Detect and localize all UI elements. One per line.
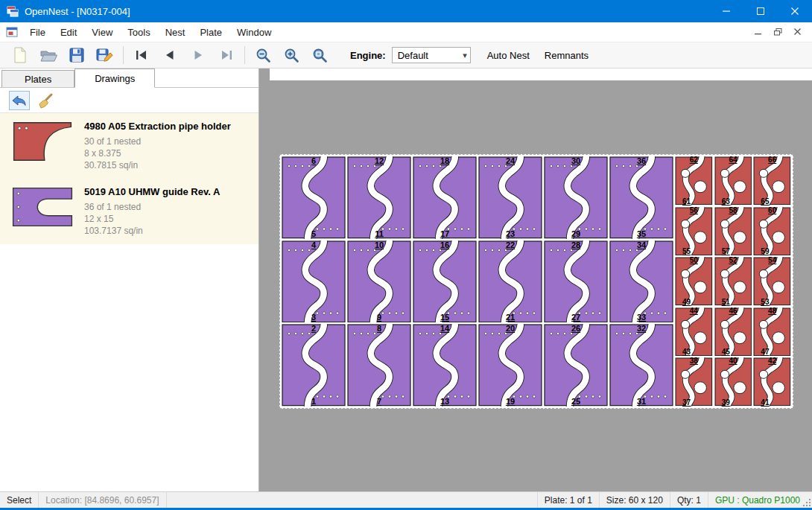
clean-button[interactable] [35,91,56,110]
menu-window[interactable]: Window [229,24,279,41]
nest-cell-red[interactable]: 64 63 [714,156,752,205]
menu-edit[interactable]: Edit [53,24,84,41]
drawing-nested-count: 30 of 1 nested [84,136,231,147]
nest-cell-red[interactable]: 40 39 [714,357,752,407]
drawing-area: 103.7137 sq/in [84,225,220,237]
open-button[interactable] [34,44,63,66]
menu-tools[interactable]: Tools [120,24,157,41]
part-number: 45 [722,348,730,356]
document-icon[interactable] [6,27,18,37]
nest-canvas[interactable]: 6 5 12 11 18 17 24 23 30 29 [259,68,812,491]
part-number: 28 [544,240,608,249]
nest-cell-purple[interactable]: 14 13 [413,324,477,407]
part-number: 10 [347,240,411,249]
first-arrow-icon [134,49,149,61]
engine-select[interactable]: Default ▾ [392,47,471,63]
menu-view[interactable]: View [84,24,120,41]
part-number: 25 [544,397,608,406]
last-plate-button[interactable] [212,44,241,66]
minimize-button[interactable] [709,0,743,22]
nest-cell-red[interactable]: 66 65 [753,156,791,205]
nest-cell-purple[interactable]: 24 23 [478,156,542,239]
drawing-nested-count: 36 of 1 nested [84,201,220,213]
nest-cell-purple[interactable]: 36 35 [609,156,673,239]
part-number: 46 [714,307,752,315]
maximize-button[interactable] [743,0,778,22]
part-number: 4 [282,240,346,249]
nest-cell-purple[interactable]: 6 5 [282,156,346,239]
part-number: 49 [682,298,691,306]
nest-cell-purple[interactable]: 20 19 [478,324,542,407]
drawing-item-uhmw-guide[interactable]: 5019 A10 UHMW guide Rev. A 36 of 1 neste… [0,179,258,244]
nest-cell-red[interactable]: 56 55 [675,207,713,256]
mdi-close-button[interactable] [794,28,802,36]
tab-drawings[interactable]: Drawings [74,68,155,88]
previous-plate-button[interactable] [156,44,184,66]
nest-cell-red[interactable]: 46 45 [714,307,752,357]
part-number: 21 [478,313,542,322]
menu-nest[interactable]: Nest [158,24,193,41]
nest-cell-red[interactable]: 44 43 [675,307,713,357]
part-number: 65 [761,197,769,205]
nest-cell-red[interactable]: 58 57 [714,207,752,256]
auto-nest-button[interactable]: Auto Nest [483,47,534,64]
nest-cell-red[interactable]: 48 47 [753,307,791,357]
nest-cell-purple[interactable]: 18 17 [413,156,477,239]
nest-cell-red[interactable]: 38 37 [675,357,713,407]
toolbar: Engine: Default ▾ Auto Nest Remnants [0,42,812,68]
nest-cell-purple[interactable]: 26 25 [544,324,608,407]
save-button[interactable] [63,44,91,66]
part-number: 58 [714,206,752,214]
menu-plate[interactable]: Plate [192,24,229,41]
mdi-minimize-button[interactable] [755,28,762,36]
save-as-button[interactable] [91,44,119,66]
part-thumbnail-red [10,120,74,163]
new-button[interactable] [6,44,34,66]
mdi-restore-button[interactable] [774,28,782,36]
nest-cell-purple[interactable]: 16 15 [413,240,477,323]
close-button[interactable] [778,0,812,22]
part-number: 59 [761,247,769,255]
next-arrow-icon [191,49,206,61]
nest-cell-purple[interactable]: 4 3 [282,240,346,323]
next-plate-button[interactable] [184,44,212,66]
part-number: 13 [413,397,477,406]
nest-cell-purple[interactable]: 32 31 [609,324,673,407]
nest-cell-purple[interactable]: 2 1 [282,324,346,407]
nest-cell-purple[interactable]: 22 21 [478,240,542,323]
zoom-in-button[interactable] [277,44,305,66]
status-bar: Select Location: [84.8696, 60.6957] Plat… [0,491,812,508]
last-arrow-icon [219,49,234,61]
part-number: 22 [478,240,542,249]
plate[interactable]: 6 5 12 11 18 17 24 23 30 29 [279,154,793,409]
nest-cell-purple[interactable]: 28 27 [544,240,608,323]
drawing-item-extraction-pipe-holder[interactable]: 4980 A05 Extraction pipe holder 30 of 1 … [0,113,258,179]
tab-plates[interactable]: Plates [1,70,74,87]
nest-cell-purple[interactable]: 30 29 [544,156,608,239]
save-as-icon [96,47,114,63]
nest-cell-purple[interactable]: 12 11 [347,156,411,239]
nest-cell-purple[interactable]: 10 9 [347,240,411,323]
zoom-fit-button[interactable] [305,44,334,66]
window-title: OpenNest - [N0317-004] [25,6,130,17]
nest-cell-red[interactable]: 42 41 [753,357,791,407]
nest-cell-red[interactable]: 62 61 [675,156,713,205]
return-parts-button[interactable] [9,91,30,110]
part-number: 51 [722,298,730,306]
part-number: 23 [478,229,542,238]
remnants-button[interactable]: Remnants [540,47,593,64]
first-plate-button[interactable] [127,44,156,66]
zoom-out-button[interactable] [249,44,277,66]
nest-cell-red[interactable]: 52 51 [714,257,752,306]
nest-cell-red[interactable]: 60 59 [753,207,791,256]
status-size: Size: 60 x 120 [599,492,670,508]
chevron-down-icon: ▾ [463,51,467,60]
part-number: 44 [675,307,713,315]
menu-file[interactable]: File [22,24,53,41]
nest-cell-purple[interactable]: 8 7 [347,324,411,407]
resize-grip[interactable] [803,499,811,507]
red-parts-area: 62 61 64 63 66 65 56 55 [675,156,791,407]
nest-cell-purple[interactable]: 34 33 [609,240,673,323]
nest-cell-red[interactable]: 50 49 [675,257,713,306]
nest-cell-red[interactable]: 54 53 [753,257,791,306]
